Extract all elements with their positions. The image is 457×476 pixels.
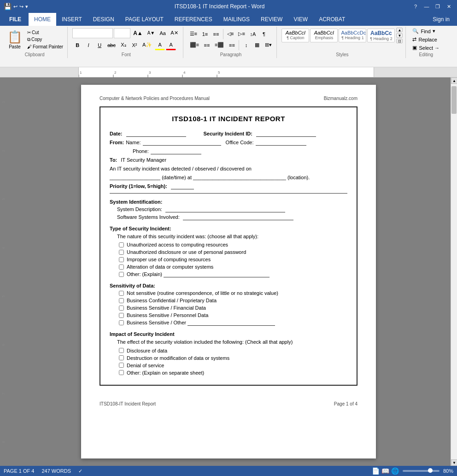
page-content[interactable]: ITSD108-1 IT INCIDENT REPORT Date: Secur… <box>81 103 376 397</box>
header-right: Bizmanualz.com <box>324 96 357 101</box>
proofing-icon[interactable]: ✓ <box>78 468 82 474</box>
multilevel-button[interactable]: ≡≡ <box>211 29 221 39</box>
scroll-down-button[interactable]: ▼ <box>451 459 457 466</box>
decrease-indent-button[interactable]: ◁≡ <box>225 29 235 39</box>
sort-button[interactable]: ↕A <box>248 29 258 39</box>
align-left-button[interactable]: ⬛≡ <box>188 40 201 50</box>
styles-scroll-up[interactable]: ▲ <box>396 28 403 32</box>
sign-in-link[interactable]: Sign in <box>427 13 455 26</box>
office-code-label: Office Code: <box>226 140 254 145</box>
help-button[interactable]: ? <box>411 3 420 10</box>
style-heading1[interactable]: AaBbCcDc ¶ Heading 1 <box>339 29 366 42</box>
tab-view[interactable]: VIEW <box>288 13 313 26</box>
tab-references[interactable]: REFERENCES <box>169 13 218 26</box>
show-hide-button[interactable]: ¶ <box>259 29 269 39</box>
subscript-button[interactable]: X₂ <box>118 40 129 50</box>
zoom-thumb[interactable] <box>428 468 433 473</box>
shading-button[interactable]: ▦ <box>252 40 262 50</box>
sens-checkbox-1[interactable] <box>119 291 124 296</box>
inc-checkbox-4[interactable] <box>119 264 124 270</box>
bold-button[interactable]: B <box>72 40 82 50</box>
tab-home[interactable]: HOME <box>29 13 56 26</box>
tab-insert[interactable]: INSERT <box>56 13 88 26</box>
replace-button[interactable]: ⇄ Replace <box>410 36 441 43</box>
title-bar: 💾 ↩ ↪ ▾ ITSD108-1 IT Incident Report - W… <box>0 0 457 13</box>
to-label: To: <box>110 157 117 163</box>
restore-button[interactable]: ❐ <box>433 3 442 10</box>
tab-mailings[interactable]: MAILINGS <box>218 13 255 26</box>
impact-item-2: Destruction or modification of data or s… <box>119 355 347 361</box>
tab-acrobat[interactable]: ACROBAT <box>313 13 351 26</box>
style-caption[interactable]: AaBbCcI ¶ Caption <box>281 29 309 42</box>
inc-checkbox-2[interactable] <box>119 250 124 255</box>
scroll-thumb[interactable] <box>451 86 457 114</box>
increase-indent-button[interactable]: ▷≡ <box>236 29 246 39</box>
zoom-slider[interactable] <box>403 470 439 472</box>
shrink-font-button[interactable]: A▼ <box>146 28 157 38</box>
close-button[interactable]: ✕ <box>444 3 453 10</box>
scroll-up-button[interactable]: ▲ <box>451 77 457 84</box>
style-emphasis[interactable]: AaBbCcI Emphasis <box>310 29 338 42</box>
change-case-button[interactable]: Aa <box>158 28 168 38</box>
select-button[interactable]: ▣ Select → <box>410 44 441 51</box>
clear-format-button[interactable]: A✕ <box>169 28 180 38</box>
highlight-button[interactable]: A <box>155 40 165 50</box>
tab-page-layout[interactable]: PAGE LAYOUT <box>120 13 169 26</box>
find-button[interactable]: 🔍 Find ▾ <box>410 28 441 35</box>
format-painter-button[interactable]: 🖌 Format Painter <box>26 44 64 50</box>
style-heading2[interactable]: AaBbCc ¶ Heading 2 <box>367 29 395 42</box>
underline-button[interactable]: U <box>94 40 105 50</box>
file-tab[interactable]: FILE <box>2 13 29 26</box>
editing-content: 🔍 Find ▾ ⇄ Replace ▣ Select → <box>410 28 441 51</box>
impact-checkbox-1[interactable] <box>119 348 124 353</box>
justify-button[interactable]: ≡≡ <box>227 40 237 50</box>
inc-item-3: Improper use of computing resources <box>119 257 347 262</box>
grow-font-button[interactable]: A▲ <box>131 28 145 38</box>
sens-checkbox-4[interactable] <box>119 313 124 318</box>
styles-expand[interactable]: ⊡ <box>396 39 403 43</box>
sens-item-3: Business Sensitive / Financial Data <box>119 305 347 311</box>
clipboard-group: 📋 Paste ✂ Cut ⧉ Copy 🖌 <box>2 27 68 58</box>
inc-checkbox-5[interactable] <box>119 272 124 277</box>
align-right-button[interactable]: ≡⬛ <box>213 40 226 50</box>
align-center-button[interactable]: ≡≡ <box>202 40 212 50</box>
sens-checkbox-5[interactable] <box>119 320 124 325</box>
line-spacing-button[interactable]: ↕ <box>241 40 251 50</box>
inc-checkbox-1[interactable] <box>119 242 124 247</box>
minimize-button[interactable]: — <box>422 3 431 10</box>
inc-checkbox-3[interactable] <box>119 257 124 262</box>
ruler-main[interactable]: 1 2 3 4 5 <box>78 67 374 77</box>
font-color-button[interactable]: A <box>166 40 176 50</box>
numbering-button[interactable]: 1≡ <box>200 29 210 39</box>
tab-review[interactable]: REVIEW <box>255 13 288 26</box>
print-layout-icon[interactable]: 📄 <box>372 467 380 475</box>
document-page[interactable]: Computer & Network Policies and Procedur… <box>81 85 376 458</box>
border-button[interactable]: ⊞▾ <box>263 40 274 50</box>
read-mode-icon[interactable]: 📖 <box>381 467 389 475</box>
page-header: Computer & Network Policies and Procedur… <box>81 85 376 103</box>
cut-button[interactable]: ✂ Cut <box>26 29 64 35</box>
italic-button[interactable]: I <box>83 40 94 50</box>
web-layout-icon[interactable]: 🌐 <box>391 467 399 475</box>
scroll-track[interactable] <box>451 84 457 459</box>
bullets-button[interactable]: ☰≡ <box>188 29 199 39</box>
sens-checkbox-2[interactable] <box>119 298 124 303</box>
vertical-scrollbar[interactable]: ▲ ▼ <box>451 77 457 466</box>
sens-checkbox-3[interactable] <box>119 306 124 311</box>
document-scroll[interactable]: Computer & Network Policies and Procedur… <box>6 77 451 466</box>
font-name-input[interactable]: Arial <box>72 28 113 38</box>
impact-checkbox-4[interactable] <box>119 370 124 375</box>
impact-checkbox-3[interactable] <box>119 363 124 368</box>
copy-button[interactable]: ⧉ Copy <box>26 36 64 43</box>
styles-scroll-down[interactable]: ▼ <box>396 33 403 38</box>
tab-design[interactable]: DESIGN <box>88 13 120 26</box>
text-effects-button[interactable]: A✨ <box>141 40 154 50</box>
impact-checkbox-2[interactable] <box>119 355 124 360</box>
paste-button[interactable]: 📋 Paste <box>5 28 25 51</box>
redo-icon[interactable]: ↪ <box>19 4 23 10</box>
superscript-button[interactable]: X² <box>129 40 140 50</box>
undo-icon[interactable]: ↩ <box>13 4 18 10</box>
strikethrough-button[interactable]: abc <box>105 40 117 50</box>
font-size-input[interactable]: 12 <box>114 28 130 38</box>
editing-group-label: Editing <box>410 51 441 57</box>
